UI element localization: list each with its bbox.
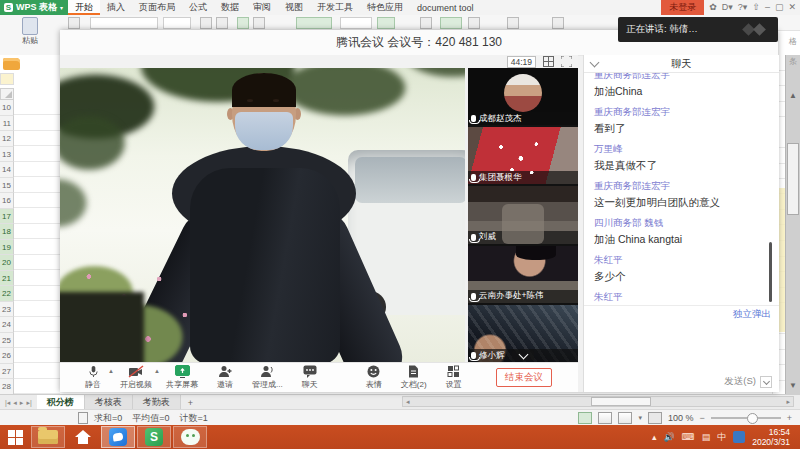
first-sheet-icon[interactable]: |◂ (5, 399, 10, 407)
tray-app-icon[interactable] (733, 431, 745, 443)
chevron-up-icon[interactable]: ▲ (108, 368, 114, 374)
layout-grid-icon[interactable] (543, 56, 554, 67)
scroll-left-icon[interactable]: ◂ (403, 398, 413, 406)
end-meeting-button[interactable]: 结束会议 (496, 368, 552, 387)
row-header[interactable]: 24 (0, 317, 14, 333)
font-size-combobox[interactable] (163, 17, 191, 29)
vertical-scrollbar[interactable]: ▲ ▼ (785, 55, 800, 395)
ribbon-tab[interactable]: 开发工具 (310, 0, 360, 15)
participant-tile[interactable]: 修小辉 (468, 305, 578, 362)
mute-button[interactable]: 静音 ▲ (80, 365, 106, 390)
zoom-knob[interactable] (747, 413, 758, 424)
documents-button[interactable]: 文档(2) (401, 365, 427, 390)
ribbon-tab[interactable]: 插入 (100, 0, 132, 15)
font-grow-icon[interactable] (200, 17, 212, 29)
open-folder-icon[interactable] (3, 58, 20, 70)
zoom-in-icon[interactable]: + (787, 413, 792, 423)
merge-center-button[interactable] (296, 17, 332, 29)
zoom-slider[interactable] (711, 417, 781, 419)
taskbar-clock[interactable]: 16:54 2020/3/31 (752, 427, 794, 447)
taskbar-wps[interactable]: S (137, 426, 171, 448)
row-header[interactable]: 18 (0, 224, 14, 240)
taskbar-home-app[interactable] (66, 434, 100, 441)
number-format-combobox[interactable] (340, 17, 372, 29)
row-header[interactable]: 22 (0, 286, 14, 302)
collapse-thumbnails-button[interactable] (512, 350, 534, 361)
sheet-tab[interactable]: 考勤表 (133, 395, 181, 410)
zoom-level[interactable]: 100 % (668, 413, 694, 423)
start-button[interactable] (0, 430, 30, 445)
login-button[interactable]: 未登录 (661, 0, 704, 15)
horizontal-scrollbar[interactable]: ◂ ▸ (402, 396, 794, 407)
emoji-button[interactable]: 表情 (361, 365, 387, 390)
maximize-icon[interactable]: ▢ (775, 0, 784, 15)
format-painter-icon[interactable] (68, 17, 80, 29)
chevron-down-icon[interactable]: ▾ (60, 4, 63, 11)
chat-messages[interactable]: 重庆商务部连宏宇加油China重庆商务部连宏宇看到了万里峰我是真做不了重庆商务部… (584, 73, 779, 305)
row-header[interactable]: 28 (0, 379, 14, 395)
next-sheet-icon[interactable]: ▸ (20, 399, 24, 407)
chat-input-area[interactable]: 发送(S) (584, 322, 779, 392)
row-header[interactable]: 27 (0, 364, 14, 380)
ribbon-collapse-icon[interactable]: ⇧ (752, 0, 760, 15)
add-sheet-button[interactable]: + (181, 395, 200, 410)
invite-button[interactable]: 邀请 (212, 365, 238, 390)
participant-tile[interactable]: 集团聂根华 (468, 127, 578, 184)
chevron-down-icon[interactable] (590, 58, 600, 68)
view-options-chevron-icon[interactable]: ▾ (638, 414, 642, 422)
row-header[interactable]: 23 (0, 302, 14, 318)
participant-tile[interactable]: 刘威 (468, 186, 578, 243)
percent-button[interactable] (440, 17, 462, 29)
align-left-icon[interactable] (237, 17, 249, 29)
chevron-up-icon[interactable]: ▲ (154, 368, 160, 374)
currency-icon[interactable] (420, 17, 432, 29)
row-header[interactable]: 14 (0, 162, 14, 178)
ribbon-tab[interactable]: 审阅 (246, 0, 278, 15)
comma-style-icon[interactable] (468, 17, 480, 29)
chat-button[interactable]: 聊天 (297, 365, 323, 390)
ribbon-tab[interactable]: 特色应用 (360, 0, 410, 15)
sheet-tab[interactable]: 积分榜 (37, 395, 85, 410)
font-shrink-icon[interactable] (216, 17, 228, 29)
row-header[interactable]: 20 (0, 255, 14, 271)
scroll-right-icon[interactable]: ▸ (783, 398, 793, 406)
page-layout-view-icon[interactable] (598, 412, 612, 424)
cond-format-icon[interactable] (552, 17, 564, 29)
ribbon-tab[interactable]: 页面布局 (132, 0, 182, 15)
taskbar-wechat[interactable] (173, 426, 207, 448)
normal-view-icon[interactable] (578, 412, 592, 424)
skin-icon[interactable]: ✿ (709, 0, 717, 15)
hscroll-thumb[interactable] (591, 397, 651, 406)
participant-tile[interactable]: 成都赵茂杰 (468, 68, 578, 125)
scroll-down-icon[interactable]: ▼ (789, 381, 797, 390)
taskbar-tencent-meeting[interactable] (101, 426, 135, 448)
align-center-icon[interactable] (253, 17, 265, 29)
scroll-up-icon[interactable]: ▲ (789, 91, 797, 100)
row-header[interactable]: 19 (0, 240, 14, 256)
vscroll-thumb[interactable] (787, 143, 799, 215)
send-options-button[interactable] (760, 376, 772, 388)
ime-indicator[interactable]: 中 (717, 425, 726, 449)
settings-button[interactable]: 设置 (441, 365, 467, 390)
ribbon-tab[interactable]: 数据 (214, 0, 246, 15)
taskbar-file-explorer[interactable] (31, 426, 65, 448)
network-icon[interactable]: ⌨ (682, 425, 695, 449)
chat-scrollbar[interactable] (769, 242, 772, 302)
ribbon-tab[interactable]: 开始 (68, 0, 100, 15)
manage-members-button[interactable]: 管理成... (252, 365, 283, 390)
zoom-reset-icon[interactable] (648, 412, 662, 424)
hscroll-track[interactable] (413, 397, 784, 406)
wrap-text-button[interactable] (377, 17, 395, 29)
help-icon[interactable]: ?▾ (738, 0, 748, 15)
row-header[interactable]: 12 (0, 131, 14, 147)
minimize-icon[interactable]: – (765, 0, 770, 15)
sheet-tab[interactable]: 考核表 (85, 395, 133, 410)
font-name-combobox[interactable] (90, 17, 158, 29)
last-sheet-icon[interactable]: ▸| (26, 399, 31, 407)
send-button[interactable]: 发送(S) (724, 375, 756, 388)
row-header[interactable]: 17 (0, 209, 14, 225)
participant-tile[interactable]: 云南办事处+陈伟 (468, 246, 578, 303)
grid-cells[interactable] (14, 100, 60, 395)
fullscreen-icon[interactable] (561, 56, 572, 67)
ribbon-tab[interactable]: 视图 (278, 0, 310, 15)
